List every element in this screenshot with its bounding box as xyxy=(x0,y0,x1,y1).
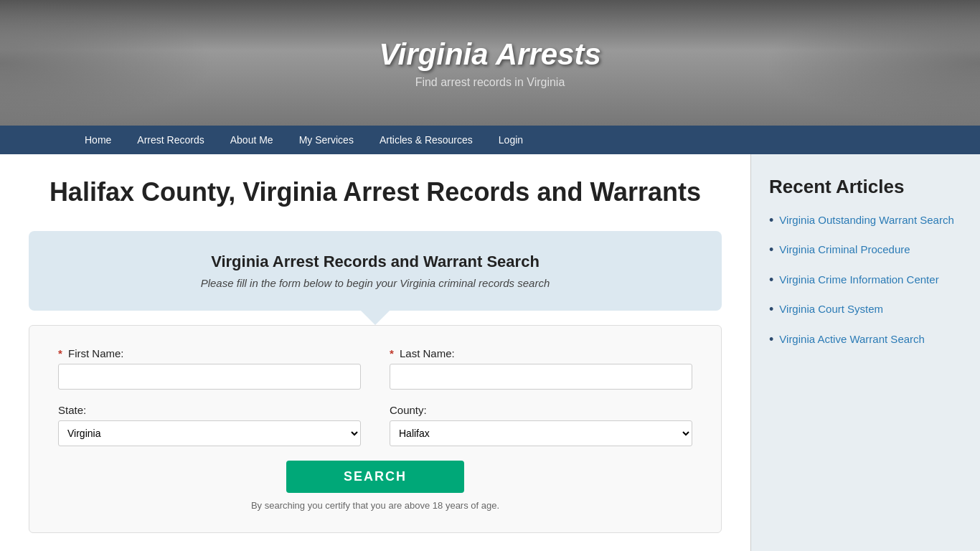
sidebar-link-criminal-procedure[interactable]: Virginia Criminal Procedure xyxy=(779,242,910,257)
search-box: Virginia Arrest Records and Warrant Sear… xyxy=(29,231,722,311)
nav-login[interactable]: Login xyxy=(486,126,536,154)
arrow-down-icon xyxy=(361,311,390,325)
list-item: Virginia Crime Information Center xyxy=(769,272,962,288)
nav-articles-resources[interactable]: Articles & Resources xyxy=(367,126,486,154)
county-group: County: Halifax Accomack Albemarle Alleg… xyxy=(390,404,692,446)
page-title: Halifax County, Virginia Arrest Records … xyxy=(29,176,722,209)
list-item: Virginia Criminal Procedure xyxy=(769,242,962,258)
first-name-group: * First Name: xyxy=(58,347,361,390)
content-area: Halifax County, Virginia Arrest Records … xyxy=(0,154,750,551)
first-name-input[interactable] xyxy=(58,364,361,390)
sidebar: Recent Articles Virginia Outstanding War… xyxy=(750,154,980,551)
sidebar-link-crime-information[interactable]: Virginia Crime Information Center xyxy=(779,272,938,287)
header-left-image xyxy=(0,0,215,126)
site-header: Virginia Arrests Find arrest records in … xyxy=(0,0,980,126)
nav-arrest-records[interactable]: Arrest Records xyxy=(124,126,217,154)
nav-home[interactable]: Home xyxy=(72,126,124,154)
last-name-label: * Last Name: xyxy=(390,347,692,359)
list-item: Virginia Court System xyxy=(769,301,962,318)
search-box-title: Virginia Arrest Records and Warrant Sear… xyxy=(57,253,693,271)
sidebar-link-outstanding-warrant[interactable]: Virginia Outstanding Warrant Search xyxy=(779,212,953,227)
nav-about-me[interactable]: About Me xyxy=(217,126,286,154)
search-box-subtitle: Please fill in the form below to begin y… xyxy=(57,277,693,289)
search-button[interactable]: SEARCH xyxy=(286,461,464,493)
last-name-group: * Last Name: xyxy=(390,347,692,390)
state-label: State: xyxy=(58,404,361,416)
form-row-location: State: Virginia Alabama Alaska Arizona A… xyxy=(58,404,692,446)
state-select[interactable]: Virginia Alabama Alaska Arizona Arkansas… xyxy=(58,420,361,446)
site-subtitle: Find arrest records in Virginia xyxy=(379,76,601,89)
sidebar-title: Recent Articles xyxy=(769,176,962,198)
last-name-required-star: * xyxy=(390,347,394,359)
main-nav: Home Arrest Records About Me My Services… xyxy=(0,126,980,154)
county-label: County: xyxy=(390,404,692,416)
header-text: Virginia Arrests Find arrest records in … xyxy=(379,37,601,89)
form-row-names: * First Name: * Last Name: xyxy=(58,347,692,390)
search-button-container: SEARCH xyxy=(58,461,692,493)
header-right-image xyxy=(765,0,980,126)
list-item: Virginia Outstanding Warrant Search xyxy=(769,212,962,229)
sidebar-article-list: Virginia Outstanding Warrant Search Virg… xyxy=(769,212,962,348)
first-name-label: * First Name: xyxy=(58,347,361,359)
nav-my-services[interactable]: My Services xyxy=(286,126,367,154)
last-name-input[interactable] xyxy=(390,364,692,390)
form-note: By searching you certify that you are ab… xyxy=(58,500,692,511)
state-group: State: Virginia Alabama Alaska Arizona A… xyxy=(58,404,361,446)
main-container: Halifax County, Virginia Arrest Records … xyxy=(0,154,980,551)
first-name-required-star: * xyxy=(58,347,62,359)
site-title: Virginia Arrests xyxy=(379,37,601,72)
list-item: Virginia Active Warrant Search xyxy=(769,331,962,348)
search-form-area: * First Name: * Last Name: State: xyxy=(29,325,722,533)
county-select[interactable]: Halifax Accomack Albemarle Alleghany Ame… xyxy=(390,420,692,446)
sidebar-link-active-warrant[interactable]: Virginia Active Warrant Search xyxy=(779,331,925,347)
sidebar-link-court-system[interactable]: Virginia Court System xyxy=(779,301,883,316)
